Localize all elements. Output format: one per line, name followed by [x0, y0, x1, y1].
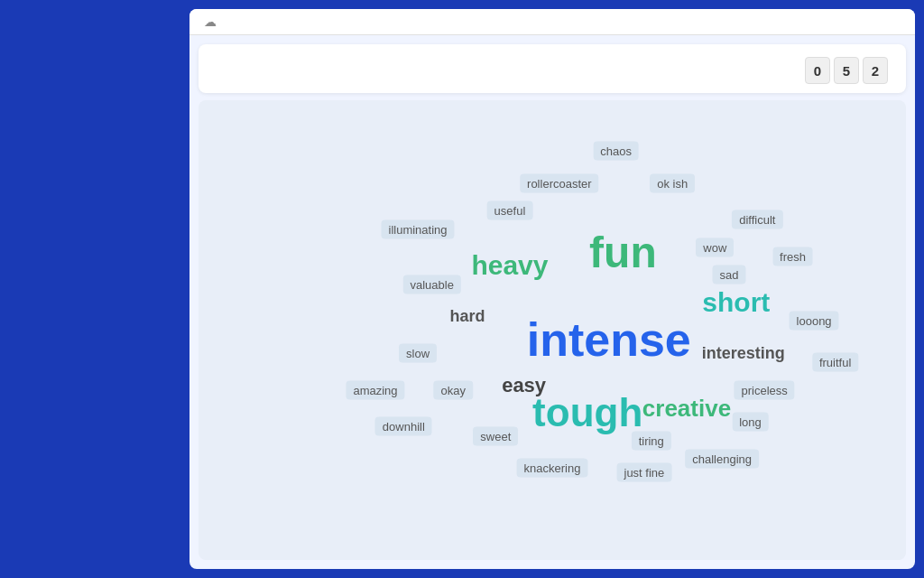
word-item: sweet	[473, 426, 518, 445]
word-item: useful	[487, 201, 533, 220]
cloud-icon: ☁	[204, 14, 217, 29]
word-item: short	[702, 287, 770, 318]
word-item: tough	[532, 390, 642, 435]
word-item: interesting	[702, 343, 785, 362]
counter-digit-1: 5	[834, 57, 859, 84]
word-item: just fine	[617, 463, 672, 482]
word-item: priceless	[735, 380, 795, 399]
word-item: downhill	[375, 417, 432, 436]
word-item: looong	[790, 312, 839, 331]
top-bar: ☁	[189, 9, 915, 35]
word-item: difficult	[732, 210, 782, 229]
word-item: ok ish	[650, 173, 695, 192]
word-item: okay	[434, 380, 473, 399]
word-item: chaos	[593, 141, 639, 160]
main-content: ☁ 0 5 2 chaosrollercoasterok ishusefulil…	[189, 9, 915, 569]
word-item: illuminating	[382, 219, 455, 238]
word-item: amazing	[346, 380, 404, 399]
word-item: hard	[449, 307, 485, 326]
poll-counter: 0 5 2	[805, 57, 888, 84]
word-item: intense	[527, 312, 691, 367]
word-item: fruitful	[812, 353, 858, 372]
sidebar	[0, 0, 189, 578]
word-item: valuable	[403, 275, 461, 294]
word-item: long	[732, 413, 769, 432]
word-item: slow	[399, 343, 437, 362]
word-cloud: chaosrollercoasterok ishusefulilluminati…	[199, 100, 906, 560]
word-item: challenging	[685, 450, 759, 469]
word-item: heavy	[471, 250, 548, 281]
poll-card: 0 5 2	[199, 44, 906, 93]
word-item: tiring	[632, 431, 671, 450]
word-item: creative	[642, 395, 731, 423]
word-item: sad	[713, 266, 746, 284]
word-item: wow	[696, 238, 734, 256]
word-item: knackering	[517, 459, 588, 478]
word-item: fresh	[772, 247, 813, 266]
word-item: fun	[589, 227, 657, 276]
counter-digit-2: 2	[863, 57, 888, 84]
counter-digit-0: 0	[805, 57, 830, 84]
word-item: rollercoaster	[520, 173, 599, 192]
